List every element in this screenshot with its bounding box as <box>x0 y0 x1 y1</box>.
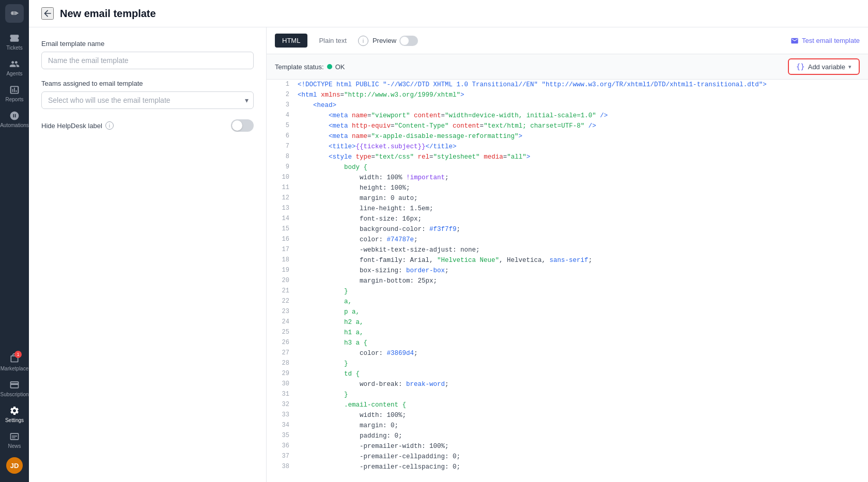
sidebar-item-label-subscription: Subscription <box>0 392 28 397</box>
code-line: 4 <meta name="viewport" content="width=d… <box>267 111 868 121</box>
code-line: 7 <title>{{ticket.subject}}</title> <box>267 142 868 152</box>
line-number: 13 <box>275 204 289 214</box>
sidebar-item-label-agents: Agents <box>6 71 22 76</box>
line-content: <title>{{ticket.subject}}</title> <box>298 142 860 152</box>
sidebar-item-tickets[interactable]: Tickets <box>0 29 29 55</box>
sidebar-item-agents[interactable]: Agents <box>0 55 29 81</box>
line-content: -webkit-text-size-adjust: none; <box>298 245 860 255</box>
agents-icon <box>9 59 20 69</box>
info-icon[interactable]: i <box>105 121 114 130</box>
line-number: 20 <box>275 276 289 286</box>
editor-info-icon[interactable]: i <box>358 36 368 46</box>
code-line: 9 body { <box>267 162 868 173</box>
sidebar-logo[interactable]: ✏ <box>5 4 24 23</box>
code-line: 5 <meta http-equiv="Content-Type" conten… <box>267 121 868 131</box>
preview-toggle[interactable] <box>399 36 418 46</box>
code-line: 21 } <box>267 286 868 297</box>
code-line: 12 margin: 0 auto; <box>267 193 868 204</box>
line-content: <html xmlns="http://www.w3.org/1999/xhtm… <box>298 90 860 100</box>
template-status-bar: Template status: OK {} Add variable ▾ <box>267 54 868 80</box>
line-content: h1 a, <box>298 328 860 338</box>
line-content: word-break: break-word; <box>298 379 860 390</box>
line-number: 37 <box>275 452 289 462</box>
code-line: 23 p a, <box>267 307 868 317</box>
line-number: 19 <box>275 266 289 276</box>
code-line: 14 font-size: 16px; <box>267 214 868 224</box>
dropdown-chevron-icon: ▾ <box>848 64 851 70</box>
line-number: 28 <box>275 359 289 369</box>
code-line: 18 font-family: Arial, "Helvetica Neue",… <box>267 255 868 266</box>
back-button[interactable] <box>41 7 54 20</box>
line-content: margin: 0 auto; <box>298 193 860 204</box>
line-number: 9 <box>275 162 289 173</box>
sidebar-item-subscription[interactable]: Subscription <box>0 376 29 401</box>
sidebar-item-automations[interactable]: Automations <box>0 106 29 132</box>
main-content: New email template Email template name T… <box>29 0 868 482</box>
line-content: <meta name="x-apple-disable-message-refo… <box>298 131 860 142</box>
toggle-knob <box>232 120 242 131</box>
line-content: color: #74787e; <box>298 235 860 245</box>
line-content: width: 100%; <box>298 410 860 421</box>
line-content: <meta http-equiv="Content-Type" content=… <box>298 121 860 131</box>
line-number: 7 <box>275 142 289 152</box>
sidebar-item-marketplace[interactable]: 1 Marketplace <box>0 349 29 376</box>
sidebar: ✏ Tickets Agents Reports Automations 1 M… <box>0 0 29 482</box>
line-number: 6 <box>275 131 289 142</box>
email-icon <box>791 37 799 45</box>
news-icon <box>9 431 20 442</box>
code-line: 8 <style type="text/css" rel="stylesheet… <box>267 152 868 162</box>
code-line: 33 width: 100%; <box>267 410 868 421</box>
line-number: 15 <box>275 224 289 235</box>
sidebar-item-label-marketplace: Marketplace <box>1 366 28 371</box>
line-content: font-family: Arial, "Helvetica Neue", He… <box>298 255 860 266</box>
sidebar-item-reports[interactable]: Reports <box>0 81 29 106</box>
marketplace-badge: 1 <box>14 351 22 358</box>
left-panel: Email template name Teams assigned to em… <box>29 27 267 482</box>
sidebar-item-label-settings: Settings <box>5 417 24 423</box>
preview-toggle-group: Preview <box>373 36 418 46</box>
line-number: 17 <box>275 245 289 255</box>
line-number: 5 <box>275 121 289 131</box>
line-number: 23 <box>275 307 289 317</box>
line-content: h3 a { <box>298 338 860 348</box>
code-line: 1<!DOCTYPE html PUBLIC "-//W3C//DTD XHTM… <box>267 80 868 90</box>
status-value: OK <box>335 63 345 71</box>
code-line: 25 h1 a, <box>267 328 868 338</box>
line-number: 3 <box>275 100 289 111</box>
code-editor[interactable]: 1<!DOCTYPE html PUBLIC "-//W3C//DTD XHTM… <box>267 80 868 482</box>
name-input[interactable] <box>41 52 254 69</box>
hide-helpdesk-toggle[interactable] <box>231 119 254 132</box>
subscription-icon <box>9 380 20 390</box>
line-number: 16 <box>275 235 289 245</box>
line-content: .email-content { <box>298 400 860 410</box>
teams-label: Teams assigned to email template <box>41 80 254 87</box>
line-content: width: 100% !important; <box>298 173 860 183</box>
sidebar-item-news[interactable]: News <box>0 427 29 453</box>
line-content: h2 a, <box>298 317 860 328</box>
line-number: 38 <box>275 462 289 472</box>
status-ok-group: Template status: OK <box>275 63 345 71</box>
page-header: New email template <box>29 0 868 27</box>
line-content: a, <box>298 297 860 307</box>
add-variable-button[interactable]: {} Add variable ▾ <box>788 58 860 75</box>
line-content: } <box>298 390 860 400</box>
line-number: 32 <box>275 400 289 410</box>
line-content: background-color: #f3f7f9; <box>298 224 860 235</box>
user-avatar-item[interactable]: JD <box>0 453 29 478</box>
line-content: body { <box>298 162 860 173</box>
tab-html[interactable]: HTML <box>275 34 307 48</box>
hide-label-group: Hide HelpDesk label i <box>41 121 114 130</box>
test-email-button[interactable]: Test email template <box>791 37 860 45</box>
hide-helpdesk-label: Hide HelpDesk label <box>41 122 102 130</box>
back-arrow-icon <box>42 8 53 19</box>
line-content: <style type="text/css" rel="stylesheet" … <box>298 152 860 162</box>
sidebar-item-settings[interactable]: Settings <box>0 401 29 427</box>
teams-select[interactable]: Select who will use the email template <box>41 91 254 109</box>
tab-plain-text[interactable]: Plain text <box>312 34 353 48</box>
code-line: 17 -webkit-text-size-adjust: none; <box>267 245 868 255</box>
add-variable-label: Add variable <box>808 63 845 71</box>
line-content: font-size: 16px; <box>298 214 860 224</box>
line-content: -premailer-width: 100%; <box>298 441 860 452</box>
marketplace-badge-wrapper: 1 <box>9 353 20 364</box>
code-line: 34 margin: 0; <box>267 421 868 431</box>
